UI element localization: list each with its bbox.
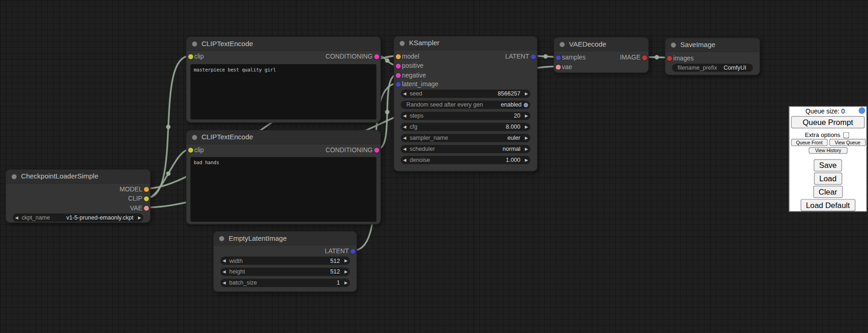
random-seed-toggle-widget[interactable]: Random seed after every gen enabled <box>401 101 530 109</box>
clip-text-encode-negative-node[interactable]: CLIPTextEncode clip CONDITIONING bad han… <box>186 130 381 225</box>
clip-input-port[interactable] <box>188 54 193 59</box>
vae-output-port[interactable] <box>144 205 149 210</box>
model-input-slot: model <box>402 52 419 61</box>
load-button[interactable]: Load <box>814 172 842 184</box>
model-input-port[interactable] <box>396 54 401 59</box>
node-title-bar[interactable]: CLIPTextEncode <box>187 131 380 144</box>
decrement-arrow-icon[interactable]: ◀ <box>401 112 409 120</box>
conditioning-output-port[interactable] <box>374 148 379 153</box>
settings-gear-icon[interactable] <box>859 108 865 113</box>
decrement-arrow-icon[interactable]: ◀ <box>401 123 409 131</box>
widget-value: euler <box>507 134 520 142</box>
sampler-name-widget[interactable]: ◀ sampler_name euler ▶ <box>401 134 530 142</box>
node-collapse-dot[interactable] <box>12 174 17 179</box>
increment-arrow-icon[interactable]: ▶ <box>523 112 530 120</box>
node-title-bar[interactable]: KSampler <box>394 36 537 50</box>
vae-decode-node[interactable]: VAEDecode samples vae IMAGE <box>554 37 649 73</box>
prev-value-arrow-icon[interactable]: ◀ <box>13 214 21 222</box>
decrement-arrow-icon[interactable]: ◀ <box>220 268 228 276</box>
queue-prompt-button[interactable]: Queue Prompt <box>791 116 864 128</box>
next-value-arrow-icon[interactable]: ▶ <box>136 214 144 222</box>
toggle-on-dot-icon[interactable] <box>524 102 528 107</box>
image-output-port[interactable] <box>642 55 647 60</box>
width-widget[interactable]: ◀ width 512 ▶ <box>220 256 350 265</box>
extra-options-checkbox[interactable] <box>843 132 849 138</box>
node-collapse-dot[interactable] <box>671 42 676 48</box>
clip-text-encode-positive-node[interactable]: CLIPTextEncode clip CONDITIONING masterp… <box>186 36 381 123</box>
steps-widget[interactable]: ◀ steps 20 ▶ <box>401 112 530 120</box>
scheduler-widget[interactable]: ◀ scheduler normal ▶ <box>401 145 530 153</box>
save-image-node[interactable]: SaveImage images filename_prefix ComfyUI <box>665 38 760 76</box>
node-title-bar[interactable]: CheckpointLoaderSimple <box>6 170 150 184</box>
latent-image-input-port[interactable] <box>396 82 401 87</box>
view-history-button[interactable]: View History <box>809 147 848 154</box>
conditioning-output-slot: CONDITIONING <box>326 145 373 154</box>
decrement-arrow-icon[interactable]: ◀ <box>220 279 228 287</box>
empty-latent-image-node[interactable]: EmptyLatentImage LATENT ◀ width 512 ▶ ◀ … <box>213 231 357 292</box>
filename-prefix-widget[interactable]: filename_prefix ComfyUI <box>672 64 753 72</box>
node-graph-canvas[interactable]: CheckpointLoaderSimple MODEL CLIP VAE ◀ … <box>0 0 868 333</box>
height-widget[interactable]: ◀ height 512 ▶ <box>220 268 350 276</box>
node-collapse-dot[interactable] <box>400 41 405 46</box>
next-value-arrow-icon[interactable]: ▶ <box>523 145 530 153</box>
prev-value-arrow-icon[interactable]: ◀ <box>401 134 409 142</box>
increment-arrow-icon[interactable]: ▶ <box>342 256 350 265</box>
node-title-bar[interactable]: VAEDecode <box>554 38 648 52</box>
negative-prompt-textarea[interactable]: bad hands <box>190 157 376 222</box>
save-button[interactable]: Save <box>814 159 842 171</box>
increment-arrow-icon[interactable]: ▶ <box>523 156 530 164</box>
samples-input-port[interactable] <box>555 55 561 60</box>
slot-label: LATENT <box>505 53 529 59</box>
node-title-bar[interactable]: CLIPTextEncode <box>187 37 380 51</box>
increment-arrow-icon[interactable]: ▶ <box>342 268 350 276</box>
cfg-widget[interactable]: ◀ cfg 8.000 ▶ <box>401 123 530 131</box>
view-queue-button[interactable]: View Queue <box>829 139 866 146</box>
next-value-arrow-icon[interactable]: ▶ <box>523 134 530 142</box>
load-default-button[interactable]: Load Default <box>800 199 855 211</box>
widget-value: 512 <box>330 268 340 276</box>
checkpoint-loader-node[interactable]: CheckpointLoaderSimple MODEL CLIP VAE ◀ … <box>6 169 151 223</box>
node-collapse-dot[interactable] <box>219 236 224 241</box>
node-title-bar[interactable]: EmptyLatentImage <box>214 232 356 245</box>
decrement-arrow-icon[interactable]: ◀ <box>401 89 409 98</box>
positive-input-port[interactable] <box>396 63 401 68</box>
model-output-port[interactable] <box>144 187 149 192</box>
images-input-port[interactable] <box>667 55 672 60</box>
extra-options-label: Extra options <box>805 131 840 138</box>
latent-output-slot: LATENT <box>505 52 529 61</box>
decrement-arrow-icon[interactable]: ◀ <box>401 156 409 164</box>
node-collapse-dot[interactable] <box>192 41 197 46</box>
node-title-bar[interactable]: SaveImage <box>665 38 760 52</box>
vae-input-port[interactable] <box>555 65 561 70</box>
slot-label: model <box>402 53 419 59</box>
decrement-arrow-icon[interactable]: ◀ <box>220 256 228 265</box>
conditioning-output-port[interactable] <box>374 54 379 59</box>
clip-input-port[interactable] <box>188 148 193 153</box>
node-collapse-dot[interactable] <box>192 135 197 140</box>
negative-input-port[interactable] <box>396 73 401 78</box>
increment-arrow-icon[interactable]: ▶ <box>523 123 530 131</box>
seed-widget[interactable]: ◀ seed 8566257 ▶ <box>401 89 530 98</box>
increment-arrow-icon[interactable]: ▶ <box>342 279 350 287</box>
ksampler-node[interactable]: KSampler model positive negative latent_… <box>393 36 537 172</box>
increment-arrow-icon[interactable]: ▶ <box>523 89 530 98</box>
queue-front-button[interactable]: Queue Front <box>791 139 827 146</box>
positive-prompt-textarea[interactable]: masterpiece best quality girl <box>190 64 376 119</box>
latent-output-port[interactable] <box>350 249 355 254</box>
latent-output-port[interactable] <box>530 54 536 59</box>
clear-button[interactable]: Clear <box>813 186 843 198</box>
slot-label: LATENT <box>325 248 349 254</box>
ckpt-name-combo-widget[interactable]: ◀ ckpt_name v1-5-pruned-emaonly.ckpt ▶ <box>13 214 144 222</box>
slot-label: IMAGE <box>620 54 640 61</box>
batch-size-widget[interactable]: ◀ batch_size 1 ▶ <box>220 279 350 287</box>
latent-image-input-slot: latent_image <box>402 80 438 89</box>
slot-label: CLIP <box>128 195 142 202</box>
node-title: KSampler <box>409 39 440 47</box>
prev-value-arrow-icon[interactable]: ◀ <box>401 145 409 153</box>
node-collapse-dot[interactable] <box>560 42 565 47</box>
link-midpoint-dot <box>166 172 171 176</box>
images-input-slot: images <box>673 54 693 62</box>
node-title: CLIPTextEncode <box>201 40 253 48</box>
clip-output-port[interactable] <box>144 196 149 201</box>
denoise-widget[interactable]: ◀ denoise 1.000 ▶ <box>401 156 530 164</box>
